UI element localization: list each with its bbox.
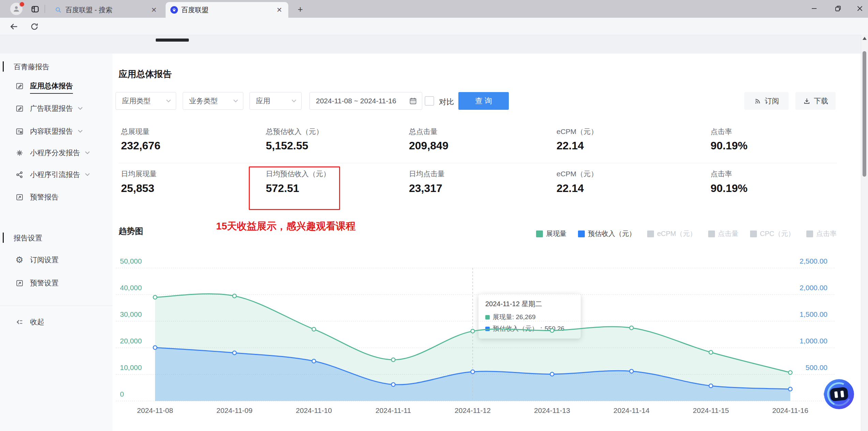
- download-button[interactable]: 下载: [795, 92, 836, 110]
- y-axis-left-tick: 40,000: [120, 284, 142, 292]
- sidebar-item-1[interactable]: 广告联盟报告: [0, 102, 112, 115]
- tab-baidu-union-search[interactable]: 百度联盟 - 搜索 ✕: [50, 2, 163, 18]
- share-icon: [15, 170, 24, 179]
- stat-label-row1-4: 点击率: [711, 127, 732, 136]
- notification-badge: [19, 1, 25, 7]
- workspaces-icon[interactable]: [30, 4, 40, 14]
- legend-swatch: [647, 231, 654, 237]
- sidebar: 百青藤报告 报告设置 应用总体报告广告联盟报告内容联盟报告小程序分发报告小程序引…: [0, 54, 113, 431]
- browser-window: 百度联盟 - 搜索 ✕ 百度联盟 ✕ +: [0, 0, 868, 431]
- chevron-down-icon: [78, 130, 83, 133]
- chevron-down-icon: [233, 99, 238, 103]
- stat-value-row1-2: 209,849: [409, 139, 448, 152]
- legend-swatch: [806, 231, 813, 237]
- refresh-button[interactable]: [29, 21, 40, 32]
- legend-item-1[interactable]: 预估收入（元）: [578, 229, 636, 238]
- section-marker: [3, 233, 4, 243]
- tab-baidu-union[interactable]: 百度联盟 ✕: [166, 2, 288, 18]
- date-range-input[interactable]: 2024-11-08 ~ 2024-11-16: [309, 92, 422, 110]
- subscribe-button[interactable]: 订阅: [744, 92, 789, 110]
- scrollbar-thumb[interactable]: [863, 51, 866, 177]
- x-axis-tick: 2024-11-13: [515, 406, 590, 415]
- chevron-down-icon: [166, 99, 171, 103]
- y-axis-left-tick: 20,000: [120, 337, 142, 345]
- y-axis-right-tick: 500.00: [783, 363, 827, 372]
- y-axis-left-tick: 10,000: [120, 363, 142, 372]
- legend-item-2[interactable]: eCPM（元）: [647, 229, 697, 238]
- dispatch-icon: [15, 148, 24, 157]
- sidebar-item-label: 应用总体报告: [30, 81, 73, 91]
- x-axis-tick: 2024-11-16: [753, 406, 828, 415]
- chart-title: 趋势图: [119, 226, 143, 237]
- tooltip-text: 展现量: 26,269: [493, 313, 536, 322]
- chevron-down-icon: [85, 151, 90, 154]
- query-button[interactable]: 查询: [458, 92, 509, 110]
- legend-label: 预估收入（元）: [588, 229, 636, 238]
- tooltip-swatch: [485, 327, 490, 331]
- x-axis-tick: 2024-11-14: [594, 406, 669, 415]
- legend-label: 点击量: [718, 229, 738, 238]
- biz-type-select[interactable]: 业务类型: [183, 92, 243, 110]
- tab-close-icon[interactable]: ✕: [275, 6, 284, 14]
- sidebar-item-label: 小程序分发报告: [30, 148, 80, 158]
- stat-label-row2-3: eCPM（元）: [557, 169, 598, 179]
- x-axis-tick: 2024-11-10: [276, 406, 351, 415]
- sidebar-item-2[interactable]: 内容联盟报告: [0, 124, 112, 138]
- gear-icon: ⚙: [15, 255, 24, 264]
- sidebar-item-5[interactable]: 预警报告: [0, 190, 112, 204]
- legend-item-3[interactable]: 点击量: [708, 229, 738, 238]
- sidebar-item-collapse[interactable]: 收起: [0, 315, 112, 329]
- scrollbar-up-arrow[interactable]: [863, 37, 867, 40]
- sidebar-item-4[interactable]: 小程序引流报告: [0, 168, 112, 181]
- sidebar-item-label: 广告联盟报告: [30, 104, 73, 113]
- assistant-robot-button[interactable]: [824, 379, 854, 409]
- alert-icon: [15, 193, 24, 202]
- stat-label-row1-0: 总展现量: [121, 127, 150, 136]
- collapse-icon: [15, 317, 24, 326]
- sidebar-item-settings-1[interactable]: 预警设置: [0, 276, 112, 290]
- stat-value-row1-3: 22.14: [557, 139, 584, 152]
- sidebar-item-3[interactable]: 小程序分发报告: [0, 146, 112, 160]
- sidebar-item-label: 小程序引流报告: [30, 170, 80, 179]
- stat-value-row1-1: 5,152.55: [266, 139, 308, 152]
- stat-value-row1-4: 90.19%: [711, 139, 748, 152]
- sidebar-item-label: 订阅设置: [30, 255, 59, 265]
- sidebar-item-settings-0[interactable]: ⚙订阅设置: [0, 253, 112, 267]
- tooltip-text: 预估收入（元）：550.26: [493, 324, 564, 333]
- robot-face-icon: [829, 387, 849, 401]
- app-select[interactable]: 应用: [249, 92, 302, 110]
- close-button[interactable]: [850, 0, 868, 17]
- search-favicon-icon: [55, 6, 62, 14]
- tab-close-icon[interactable]: ✕: [150, 6, 158, 14]
- chevron-down-icon: [85, 173, 90, 176]
- chevron-down-icon: [291, 99, 296, 103]
- chart-tooltip: 2024-11-12 星期二 展现量: 26,269预估收入（元）：550.26: [478, 294, 581, 339]
- back-button[interactable]: [9, 21, 19, 32]
- legend-item-5[interactable]: 点击率: [806, 229, 837, 238]
- sidebar-item-0[interactable]: 应用总体报告: [0, 79, 112, 93]
- stat-value-row2-2: 23,317: [409, 182, 442, 195]
- legend-item-0[interactable]: 展现量: [536, 229, 566, 238]
- y-axis-right-tick: 2,000.00: [783, 284, 827, 292]
- legend-swatch: [578, 231, 585, 237]
- stat-label-row1-3: eCPM（元）: [557, 127, 598, 136]
- tooltip-row-0: 展现量: 26,269: [485, 313, 574, 322]
- chevron-down-icon: [78, 107, 83, 110]
- titlebar-separator: [45, 5, 45, 13]
- new-tab-button[interactable]: +: [295, 4, 305, 14]
- x-axis-tick: 2024-11-08: [118, 406, 193, 415]
- compare-checkbox[interactable]: [425, 96, 434, 106]
- x-axis-tick: 2024-11-12: [435, 406, 510, 415]
- stat-label-row2-4: 点击率: [711, 169, 732, 179]
- app-type-select[interactable]: 应用类型: [116, 92, 176, 110]
- content-icon: [15, 127, 24, 136]
- minimize-button[interactable]: [804, 0, 824, 17]
- y-axis-right-tick: 2,500.00: [783, 257, 827, 265]
- download-icon: [803, 97, 811, 105]
- stat-value-row2-0: 25,853: [121, 182, 154, 195]
- restore-button[interactable]: [828, 0, 848, 17]
- y-axis-left-tick: 30,000: [120, 310, 142, 318]
- legend-item-4[interactable]: CPC（元）: [750, 229, 795, 238]
- sidebar-section-baiqingteng: 百青藤报告: [14, 62, 49, 72]
- browser-titlebar: 百度联盟 - 搜索 ✕ 百度联盟 ✕ +: [0, 0, 868, 18]
